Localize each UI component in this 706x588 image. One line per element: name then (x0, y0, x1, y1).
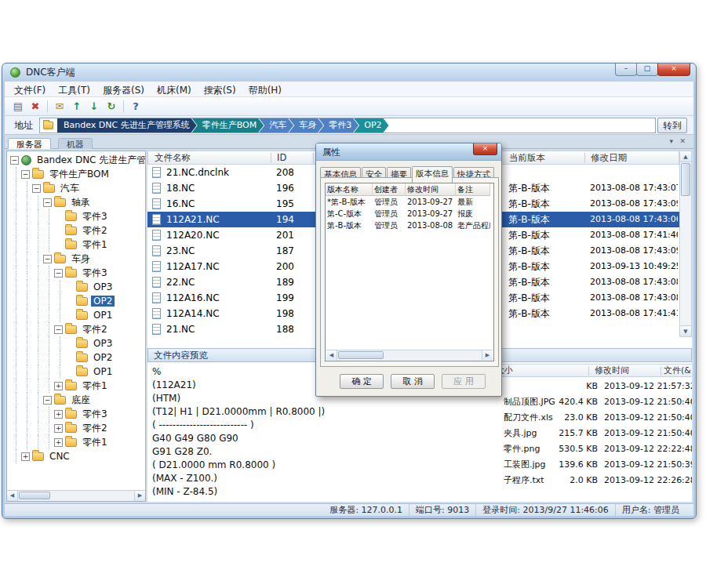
ok-button[interactable]: 确 定 (340, 374, 384, 389)
tree-expander[interactable]: − (43, 255, 52, 263)
scrollbar-thumb[interactable] (338, 351, 384, 359)
tree-item[interactable]: −汽车 (7, 181, 145, 195)
tree-expander[interactable]: − (54, 325, 63, 334)
version-row[interactable]: *第-B-版本管理员2013-09-27 14:最新 (326, 196, 493, 208)
tree-expander[interactable]: + (21, 452, 30, 461)
column-file-name[interactable]: 文件名称 (155, 151, 191, 165)
tree-item[interactable]: OP1 (7, 365, 145, 379)
tree-item[interactable]: +零件2 (7, 421, 145, 435)
file-list-scrollbar[interactable]: ▲ ▼ (679, 151, 692, 337)
attachment-row[interactable]: 子程序.txt2.0 KB2013-09-12 22:26:28 (486, 473, 692, 488)
attachment-row[interactable]: 配刀文件.xls23.0 KB2013-09-12 21:50:40 (486, 410, 692, 426)
tree-expander[interactable]: + (54, 382, 63, 390)
menu-item[interactable]: 机床(M) (151, 82, 198, 98)
tree-expander[interactable]: + (54, 438, 63, 447)
breadcrumb-segment[interactable]: 零件3 (318, 118, 358, 132)
column-date[interactable]: 修改日期 (591, 151, 627, 165)
tree-item[interactable]: −Bandex DNC 先进生产管理系统 (7, 153, 145, 167)
tree-expander[interactable]: − (32, 184, 41, 193)
help-icon[interactable]: ? (128, 99, 144, 114)
scroll-left-icon[interactable]: ◀ (326, 350, 337, 360)
tree-item[interactable]: OP1 (7, 308, 145, 322)
attachment-row[interactable]: 零件.png530.5 KB2013-09-12 22:22:48 (486, 441, 692, 457)
attachment-row[interactable]: KB2013-09-12 21:57:32 (486, 379, 692, 394)
tree-expander[interactable]: − (43, 396, 52, 405)
column-id[interactable]: ID (277, 151, 286, 165)
tree-item[interactable]: OP2 (7, 350, 145, 365)
tree-item[interactable]: −车身 (7, 252, 145, 266)
tree-expander[interactable]: + (54, 410, 63, 419)
version-row[interactable]: 第-B-版本管理员2013-08-08 17:老产品程序 (326, 220, 493, 231)
tree-item[interactable]: OP3 (7, 336, 145, 350)
dialog-tab[interactable]: 版本信息 (412, 166, 453, 183)
tree-item[interactable]: −轴承 (7, 195, 145, 209)
send-mail-icon[interactable]: ✉ (52, 99, 67, 114)
file-id: 208 (276, 165, 311, 180)
tree-expander[interactable]: − (10, 156, 19, 165)
tree-expander[interactable]: − (54, 269, 63, 278)
attachment-row[interactable]: 工装图.jpg139.6 KB2013-09-12 21:50:39 (486, 457, 692, 473)
tree-item[interactable]: +CNC (7, 449, 145, 463)
tree-item[interactable]: −零件生产BOM (7, 167, 145, 181)
version-list: 版本名称创建者修改时间备注 *第-B-版本管理员2013-09-27 14:最新… (325, 183, 494, 361)
scrollbar-thumb[interactable] (681, 163, 690, 196)
upload-icon[interactable]: ↑ (69, 99, 85, 114)
delete-icon[interactable]: ✖ (27, 99, 43, 114)
cancel-button[interactable]: 取 消 (391, 374, 435, 389)
tree-expander[interactable]: + (54, 424, 63, 433)
close-button[interactable]: × (657, 64, 690, 76)
breadcrumb-segment[interactable]: 车身 (289, 118, 323, 132)
dialog-titlebar[interactable]: 属性 × (316, 143, 501, 161)
attachment-row[interactable]: 夹具.jpg215.7 KB2013-09-12 21:50:40 (486, 426, 692, 441)
tree-item[interactable]: 零件2 (7, 223, 145, 238)
dialog-horizontal-scrollbar[interactable]: ◀ ▶ (326, 350, 493, 360)
tree-item[interactable]: 零件1 (7, 238, 145, 252)
titlebar[interactable]: DNC客户端 – □ × (2, 63, 697, 82)
attachment-row[interactable]: 制品顶图.JPG420.4 KB2013-09-12 21:50:40 (486, 394, 692, 410)
panel-close-icon[interactable]: ✕ (679, 137, 686, 145)
breadcrumb-segment[interactable]: 汽车 (259, 118, 293, 132)
address-field[interactable]: Bandex DNC 先进生产管理系统零件生产BOM汽车车身零件3OP2 (39, 118, 656, 133)
scroll-right-icon[interactable]: ▶ (134, 491, 145, 501)
scroll-up-icon[interactable]: ▲ (680, 151, 691, 162)
tree-item[interactable]: +零件1 (7, 379, 145, 393)
menu-item[interactable]: 工具(T) (52, 82, 96, 98)
breadcrumb-segment[interactable]: OP2 (354, 118, 388, 132)
tree-expander[interactable]: − (21, 170, 30, 179)
tree-item[interactable]: −零件2 (7, 322, 145, 336)
column-file[interactable]: 文件(& (664, 365, 691, 377)
scroll-down-icon[interactable]: ▼ (680, 325, 691, 336)
tree-item[interactable]: 零件3 (7, 209, 145, 223)
column-mtime[interactable]: 修改时间 (595, 365, 629, 377)
tree-item[interactable]: −底座 (7, 393, 145, 407)
column-version[interactable]: 当前版本 (509, 151, 545, 165)
dialog-close-button[interactable]: × (473, 143, 497, 155)
breadcrumb-segment[interactable]: 零件生产BOM (192, 118, 264, 132)
scroll-right-icon[interactable]: ▶ (482, 350, 493, 360)
menu-item[interactable]: 文件(F) (8, 82, 52, 98)
refresh-icon[interactable]: ↻ (104, 99, 119, 114)
scrollbar-thumb[interactable] (19, 492, 50, 499)
scroll-left-icon[interactable]: ◀ (7, 491, 18, 501)
apply-button[interactable]: 应 用 (442, 374, 486, 389)
tree-item[interactable]: OP2 (7, 294, 145, 308)
download-icon[interactable]: ↓ (86, 99, 102, 114)
tree-item[interactable]: +零件3 (7, 407, 145, 421)
new-file-icon[interactable]: ▤ (10, 99, 26, 114)
maximize-button[interactable]: □ (636, 64, 658, 76)
menu-item[interactable]: 搜索(S) (198, 82, 242, 98)
menu-item[interactable]: 服务器(S) (96, 82, 151, 98)
breadcrumb-segment[interactable]: Bandex DNC 先进生产管理系统 (57, 118, 197, 132)
minimize-button[interactable]: – (615, 64, 637, 76)
chevron-down-icon[interactable]: ▾ (669, 137, 673, 145)
tree-indent (10, 435, 21, 449)
version-row[interactable]: 第-C-版本管理员2013-09-27 14:报废 (326, 208, 493, 220)
tree-expander[interactable]: − (43, 198, 52, 207)
menu-item[interactable]: 帮助(H) (242, 82, 288, 98)
tree-indent (54, 294, 65, 308)
tree-horizontal-scrollbar[interactable]: ◀ ▶ (7, 490, 145, 501)
tree-item[interactable]: OP3 (7, 280, 145, 294)
go-button[interactable]: 转到 (657, 118, 687, 133)
tree-item[interactable]: +零件1 (7, 435, 145, 449)
tree-item[interactable]: −零件3 (7, 266, 145, 280)
